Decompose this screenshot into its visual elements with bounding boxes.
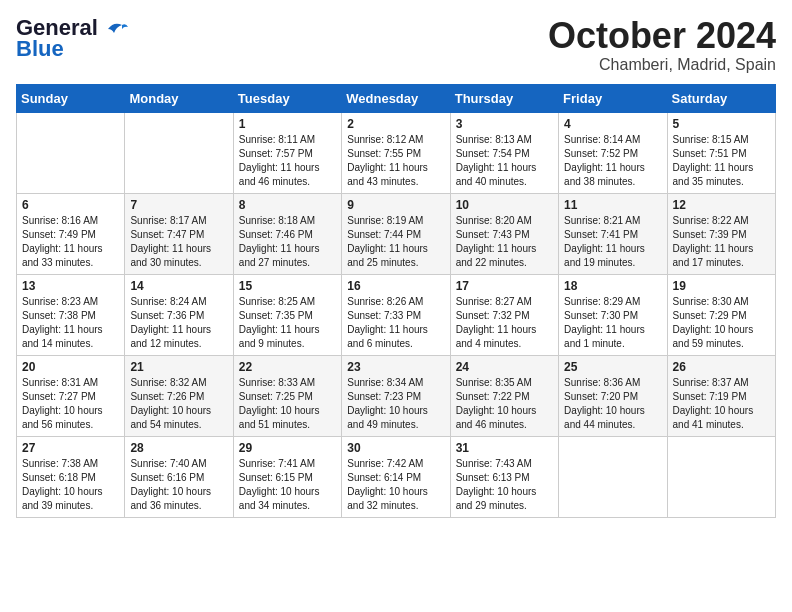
day-number: 19 bbox=[673, 279, 770, 293]
day-info: Sunrise: 8:11 AM Sunset: 7:57 PM Dayligh… bbox=[239, 133, 336, 189]
day-info: Sunrise: 7:41 AM Sunset: 6:15 PM Dayligh… bbox=[239, 457, 336, 513]
month-title: October 2024 bbox=[548, 16, 776, 56]
day-info: Sunrise: 8:14 AM Sunset: 7:52 PM Dayligh… bbox=[564, 133, 661, 189]
day-info: Sunrise: 8:16 AM Sunset: 7:49 PM Dayligh… bbox=[22, 214, 119, 270]
calendar-week-row: 13Sunrise: 8:23 AM Sunset: 7:38 PM Dayli… bbox=[17, 274, 776, 355]
calendar-cell: 30Sunrise: 7:42 AM Sunset: 6:14 PM Dayli… bbox=[342, 436, 450, 517]
calendar-cell: 17Sunrise: 8:27 AM Sunset: 7:32 PM Dayli… bbox=[450, 274, 558, 355]
day-info: Sunrise: 8:30 AM Sunset: 7:29 PM Dayligh… bbox=[673, 295, 770, 351]
calendar-table: SundayMondayTuesdayWednesdayThursdayFrid… bbox=[16, 84, 776, 518]
calendar-cell: 24Sunrise: 8:35 AM Sunset: 7:22 PM Dayli… bbox=[450, 355, 558, 436]
day-number: 25 bbox=[564, 360, 661, 374]
day-info: Sunrise: 8:13 AM Sunset: 7:54 PM Dayligh… bbox=[456, 133, 553, 189]
day-number: 10 bbox=[456, 198, 553, 212]
day-info: Sunrise: 8:19 AM Sunset: 7:44 PM Dayligh… bbox=[347, 214, 444, 270]
day-info: Sunrise: 8:29 AM Sunset: 7:30 PM Dayligh… bbox=[564, 295, 661, 351]
calendar-cell: 16Sunrise: 8:26 AM Sunset: 7:33 PM Dayli… bbox=[342, 274, 450, 355]
calendar-cell: 1Sunrise: 8:11 AM Sunset: 7:57 PM Daylig… bbox=[233, 112, 341, 193]
calendar-cell: 5Sunrise: 8:15 AM Sunset: 7:51 PM Daylig… bbox=[667, 112, 775, 193]
calendar-cell bbox=[559, 436, 667, 517]
day-number: 8 bbox=[239, 198, 336, 212]
calendar-cell bbox=[17, 112, 125, 193]
day-info: Sunrise: 7:42 AM Sunset: 6:14 PM Dayligh… bbox=[347, 457, 444, 513]
calendar-cell: 10Sunrise: 8:20 AM Sunset: 7:43 PM Dayli… bbox=[450, 193, 558, 274]
location-title: Chamberi, Madrid, Spain bbox=[548, 56, 776, 74]
day-info: Sunrise: 8:33 AM Sunset: 7:25 PM Dayligh… bbox=[239, 376, 336, 432]
day-info: Sunrise: 8:26 AM Sunset: 7:33 PM Dayligh… bbox=[347, 295, 444, 351]
title-area: October 2024 Chamberi, Madrid, Spain bbox=[548, 16, 776, 74]
day-number: 30 bbox=[347, 441, 444, 455]
day-info: Sunrise: 8:35 AM Sunset: 7:22 PM Dayligh… bbox=[456, 376, 553, 432]
day-info: Sunrise: 8:27 AM Sunset: 7:32 PM Dayligh… bbox=[456, 295, 553, 351]
calendar-cell: 14Sunrise: 8:24 AM Sunset: 7:36 PM Dayli… bbox=[125, 274, 233, 355]
day-info: Sunrise: 8:18 AM Sunset: 7:46 PM Dayligh… bbox=[239, 214, 336, 270]
day-number: 18 bbox=[564, 279, 661, 293]
day-info: Sunrise: 8:21 AM Sunset: 7:41 PM Dayligh… bbox=[564, 214, 661, 270]
calendar-cell: 19Sunrise: 8:30 AM Sunset: 7:29 PM Dayli… bbox=[667, 274, 775, 355]
calendar-cell: 2Sunrise: 8:12 AM Sunset: 7:55 PM Daylig… bbox=[342, 112, 450, 193]
day-number: 6 bbox=[22, 198, 119, 212]
calendar-week-row: 20Sunrise: 8:31 AM Sunset: 7:27 PM Dayli… bbox=[17, 355, 776, 436]
day-info: Sunrise: 8:25 AM Sunset: 7:35 PM Dayligh… bbox=[239, 295, 336, 351]
calendar-week-row: 6Sunrise: 8:16 AM Sunset: 7:49 PM Daylig… bbox=[17, 193, 776, 274]
day-info: Sunrise: 8:36 AM Sunset: 7:20 PM Dayligh… bbox=[564, 376, 661, 432]
weekday-header-thursday: Thursday bbox=[450, 84, 558, 112]
calendar-cell: 8Sunrise: 8:18 AM Sunset: 7:46 PM Daylig… bbox=[233, 193, 341, 274]
logo-blue: Blue bbox=[16, 36, 64, 62]
day-number: 21 bbox=[130, 360, 227, 374]
day-number: 3 bbox=[456, 117, 553, 131]
day-number: 15 bbox=[239, 279, 336, 293]
day-number: 16 bbox=[347, 279, 444, 293]
day-info: Sunrise: 8:20 AM Sunset: 7:43 PM Dayligh… bbox=[456, 214, 553, 270]
calendar-cell: 20Sunrise: 8:31 AM Sunset: 7:27 PM Dayli… bbox=[17, 355, 125, 436]
day-info: Sunrise: 8:23 AM Sunset: 7:38 PM Dayligh… bbox=[22, 295, 119, 351]
day-number: 5 bbox=[673, 117, 770, 131]
day-number: 12 bbox=[673, 198, 770, 212]
logo: General Blue bbox=[16, 16, 128, 62]
day-info: Sunrise: 8:12 AM Sunset: 7:55 PM Dayligh… bbox=[347, 133, 444, 189]
day-info: Sunrise: 7:40 AM Sunset: 6:16 PM Dayligh… bbox=[130, 457, 227, 513]
calendar-cell: 12Sunrise: 8:22 AM Sunset: 7:39 PM Dayli… bbox=[667, 193, 775, 274]
day-info: Sunrise: 8:24 AM Sunset: 7:36 PM Dayligh… bbox=[130, 295, 227, 351]
day-number: 31 bbox=[456, 441, 553, 455]
weekday-header-saturday: Saturday bbox=[667, 84, 775, 112]
calendar-cell: 9Sunrise: 8:19 AM Sunset: 7:44 PM Daylig… bbox=[342, 193, 450, 274]
day-number: 24 bbox=[456, 360, 553, 374]
calendar-cell: 15Sunrise: 8:25 AM Sunset: 7:35 PM Dayli… bbox=[233, 274, 341, 355]
calendar-cell: 26Sunrise: 8:37 AM Sunset: 7:19 PM Dayli… bbox=[667, 355, 775, 436]
day-number: 11 bbox=[564, 198, 661, 212]
calendar-week-row: 1Sunrise: 8:11 AM Sunset: 7:57 PM Daylig… bbox=[17, 112, 776, 193]
weekday-header-sunday: Sunday bbox=[17, 84, 125, 112]
calendar-cell: 29Sunrise: 7:41 AM Sunset: 6:15 PM Dayli… bbox=[233, 436, 341, 517]
day-number: 22 bbox=[239, 360, 336, 374]
page-header: General Blue October 2024 Chamberi, Madr… bbox=[16, 16, 776, 74]
day-number: 2 bbox=[347, 117, 444, 131]
weekday-header-tuesday: Tuesday bbox=[233, 84, 341, 112]
day-info: Sunrise: 8:32 AM Sunset: 7:26 PM Dayligh… bbox=[130, 376, 227, 432]
day-number: 14 bbox=[130, 279, 227, 293]
calendar-week-row: 27Sunrise: 7:38 AM Sunset: 6:18 PM Dayli… bbox=[17, 436, 776, 517]
weekday-header-monday: Monday bbox=[125, 84, 233, 112]
calendar-cell: 13Sunrise: 8:23 AM Sunset: 7:38 PM Dayli… bbox=[17, 274, 125, 355]
calendar-cell: 11Sunrise: 8:21 AM Sunset: 7:41 PM Dayli… bbox=[559, 193, 667, 274]
calendar-cell: 28Sunrise: 7:40 AM Sunset: 6:16 PM Dayli… bbox=[125, 436, 233, 517]
day-number: 7 bbox=[130, 198, 227, 212]
day-number: 27 bbox=[22, 441, 119, 455]
day-number: 1 bbox=[239, 117, 336, 131]
weekday-header-wednesday: Wednesday bbox=[342, 84, 450, 112]
calendar-cell: 23Sunrise: 8:34 AM Sunset: 7:23 PM Dayli… bbox=[342, 355, 450, 436]
logo-bird-icon bbox=[106, 21, 128, 37]
calendar-cell bbox=[667, 436, 775, 517]
day-info: Sunrise: 8:37 AM Sunset: 7:19 PM Dayligh… bbox=[673, 376, 770, 432]
day-number: 4 bbox=[564, 117, 661, 131]
day-number: 17 bbox=[456, 279, 553, 293]
day-number: 28 bbox=[130, 441, 227, 455]
day-info: Sunrise: 8:17 AM Sunset: 7:47 PM Dayligh… bbox=[130, 214, 227, 270]
calendar-cell: 4Sunrise: 8:14 AM Sunset: 7:52 PM Daylig… bbox=[559, 112, 667, 193]
calendar-cell: 27Sunrise: 7:38 AM Sunset: 6:18 PM Dayli… bbox=[17, 436, 125, 517]
weekday-header-row: SundayMondayTuesdayWednesdayThursdayFrid… bbox=[17, 84, 776, 112]
day-info: Sunrise: 8:31 AM Sunset: 7:27 PM Dayligh… bbox=[22, 376, 119, 432]
day-number: 20 bbox=[22, 360, 119, 374]
calendar-cell: 7Sunrise: 8:17 AM Sunset: 7:47 PM Daylig… bbox=[125, 193, 233, 274]
day-number: 13 bbox=[22, 279, 119, 293]
